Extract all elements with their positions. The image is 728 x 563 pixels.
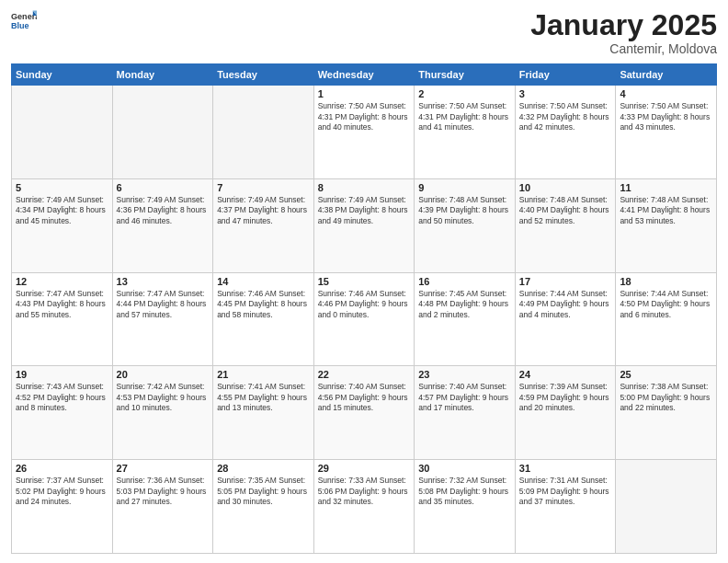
day-info: Sunrise: 7:43 AM Sunset: 4:52 PM Dayligh… (16, 382, 108, 413)
day-info: Sunrise: 7:48 AM Sunset: 4:40 PM Dayligh… (519, 195, 612, 226)
table-row: 14Sunrise: 7:46 AM Sunset: 4:45 PM Dayli… (213, 272, 314, 366)
table-row: 23Sunrise: 7:40 AM Sunset: 4:57 PM Dayli… (415, 366, 516, 460)
title-block: January 2025 Cantemir, Moldova (530, 9, 717, 56)
header-monday: Monday (112, 64, 213, 86)
day-info: Sunrise: 7:40 AM Sunset: 4:57 PM Dayligh… (418, 382, 511, 413)
day-number: 30 (418, 463, 511, 474)
svg-text:Blue: Blue (11, 21, 29, 30)
header-friday: Friday (515, 64, 616, 86)
header: General Blue January 2025 Cantemir, Mold… (11, 9, 717, 56)
header-thursday: Thursday (415, 64, 516, 86)
day-info: Sunrise: 7:31 AM Sunset: 5:09 PM Dayligh… (519, 476, 612, 507)
table-row: 11Sunrise: 7:48 AM Sunset: 4:41 PM Dayli… (616, 178, 717, 272)
table-row: 28Sunrise: 7:35 AM Sunset: 5:05 PM Dayli… (213, 460, 314, 554)
calendar-header-row: Sunday Monday Tuesday Wednesday Thursday… (12, 64, 717, 86)
table-row: 27Sunrise: 7:36 AM Sunset: 5:03 PM Dayli… (112, 460, 213, 554)
day-number: 12 (16, 276, 108, 287)
table-row: 12Sunrise: 7:47 AM Sunset: 4:43 PM Dayli… (12, 272, 113, 366)
table-row: 13Sunrise: 7:47 AM Sunset: 4:44 PM Dayli… (112, 272, 213, 366)
table-row: 31Sunrise: 7:31 AM Sunset: 5:09 PM Dayli… (515, 460, 616, 554)
calendar-table: Sunday Monday Tuesday Wednesday Thursday… (11, 63, 717, 554)
calendar-week-4: 19Sunrise: 7:43 AM Sunset: 4:52 PM Dayli… (12, 366, 717, 460)
day-info: Sunrise: 7:44 AM Sunset: 4:50 PM Dayligh… (620, 289, 712, 320)
table-row: 6Sunrise: 7:49 AM Sunset: 4:36 PM Daylig… (112, 178, 213, 272)
day-info: Sunrise: 7:49 AM Sunset: 4:37 PM Dayligh… (217, 195, 310, 226)
day-number: 16 (418, 276, 511, 287)
header-saturday: Saturday (616, 64, 717, 86)
table-row: 25Sunrise: 7:38 AM Sunset: 5:00 PM Dayli… (616, 366, 717, 460)
calendar-week-5: 26Sunrise: 7:37 AM Sunset: 5:02 PM Dayli… (12, 460, 717, 554)
table-row: 22Sunrise: 7:40 AM Sunset: 4:56 PM Dayli… (313, 366, 415, 460)
day-info: Sunrise: 7:32 AM Sunset: 5:08 PM Dayligh… (418, 476, 511, 507)
day-number: 26 (16, 463, 108, 474)
sub-title: Cantemir, Moldova (530, 41, 717, 56)
table-row: 1Sunrise: 7:50 AM Sunset: 4:31 PM Daylig… (313, 86, 415, 179)
day-number: 4 (620, 88, 712, 99)
day-info: Sunrise: 7:47 AM Sunset: 4:44 PM Dayligh… (117, 289, 210, 320)
day-number: 1 (318, 88, 411, 99)
day-info: Sunrise: 7:49 AM Sunset: 4:34 PM Dayligh… (16, 195, 108, 226)
day-number: 29 (318, 463, 411, 474)
day-number: 23 (418, 369, 511, 380)
day-info: Sunrise: 7:48 AM Sunset: 4:39 PM Dayligh… (418, 195, 511, 226)
day-number: 27 (117, 463, 210, 474)
table-row: 4Sunrise: 7:50 AM Sunset: 4:33 PM Daylig… (616, 86, 717, 179)
day-info: Sunrise: 7:41 AM Sunset: 4:55 PM Dayligh… (217, 382, 310, 413)
table-row: 7Sunrise: 7:49 AM Sunset: 4:37 PM Daylig… (213, 178, 314, 272)
day-number: 31 (519, 463, 612, 474)
day-info: Sunrise: 7:42 AM Sunset: 4:53 PM Dayligh… (117, 382, 210, 413)
day-info: Sunrise: 7:35 AM Sunset: 5:05 PM Dayligh… (217, 476, 310, 507)
calendar-week-3: 12Sunrise: 7:47 AM Sunset: 4:43 PM Dayli… (12, 272, 717, 366)
table-row (616, 460, 717, 554)
table-row: 10Sunrise: 7:48 AM Sunset: 4:40 PM Dayli… (515, 178, 616, 272)
day-number: 28 (217, 463, 310, 474)
page: General Blue January 2025 Cantemir, Mold… (0, 0, 728, 563)
day-info: Sunrise: 7:36 AM Sunset: 5:03 PM Dayligh… (117, 476, 210, 507)
day-number: 25 (620, 369, 712, 380)
day-number: 14 (217, 276, 310, 287)
calendar-week-2: 5Sunrise: 7:49 AM Sunset: 4:34 PM Daylig… (12, 178, 717, 272)
header-tuesday: Tuesday (213, 64, 314, 86)
day-info: Sunrise: 7:50 AM Sunset: 4:32 PM Dayligh… (519, 101, 612, 132)
day-number: 22 (318, 369, 411, 380)
day-number: 17 (519, 276, 612, 287)
calendar-week-1: 1Sunrise: 7:50 AM Sunset: 4:31 PM Daylig… (12, 86, 717, 179)
table-row: 3Sunrise: 7:50 AM Sunset: 4:32 PM Daylig… (515, 86, 616, 179)
day-info: Sunrise: 7:46 AM Sunset: 4:46 PM Dayligh… (318, 289, 411, 320)
table-row: 30Sunrise: 7:32 AM Sunset: 5:08 PM Dayli… (415, 460, 516, 554)
table-row (213, 86, 314, 179)
logo: General Blue (11, 9, 37, 35)
table-row: 8Sunrise: 7:49 AM Sunset: 4:38 PM Daylig… (313, 178, 415, 272)
day-info: Sunrise: 7:50 AM Sunset: 4:33 PM Dayligh… (620, 101, 712, 132)
day-number: 13 (117, 276, 210, 287)
day-info: Sunrise: 7:50 AM Sunset: 4:31 PM Dayligh… (318, 101, 411, 132)
day-number: 21 (217, 369, 310, 380)
logo-icon: General Blue (11, 9, 37, 35)
day-number: 24 (519, 369, 612, 380)
day-number: 2 (418, 88, 511, 99)
table-row: 21Sunrise: 7:41 AM Sunset: 4:55 PM Dayli… (213, 366, 314, 460)
day-info: Sunrise: 7:33 AM Sunset: 5:06 PM Dayligh… (318, 476, 411, 507)
day-info: Sunrise: 7:49 AM Sunset: 4:38 PM Dayligh… (318, 195, 411, 226)
table-row (12, 86, 113, 179)
day-info: Sunrise: 7:44 AM Sunset: 4:49 PM Dayligh… (519, 289, 612, 320)
day-info: Sunrise: 7:45 AM Sunset: 4:48 PM Dayligh… (418, 289, 511, 320)
day-number: 10 (519, 182, 612, 193)
table-row (112, 86, 213, 179)
header-wednesday: Wednesday (313, 64, 415, 86)
table-row: 19Sunrise: 7:43 AM Sunset: 4:52 PM Dayli… (12, 366, 113, 460)
header-sunday: Sunday (12, 64, 113, 86)
day-number: 5 (16, 182, 108, 193)
table-row: 5Sunrise: 7:49 AM Sunset: 4:34 PM Daylig… (12, 178, 113, 272)
table-row: 24Sunrise: 7:39 AM Sunset: 4:59 PM Dayli… (515, 366, 616, 460)
table-row: 15Sunrise: 7:46 AM Sunset: 4:46 PM Dayli… (313, 272, 415, 366)
table-row: 17Sunrise: 7:44 AM Sunset: 4:49 PM Dayli… (515, 272, 616, 366)
day-number: 6 (117, 182, 210, 193)
day-number: 8 (318, 182, 411, 193)
table-row: 18Sunrise: 7:44 AM Sunset: 4:50 PM Dayli… (616, 272, 717, 366)
table-row: 26Sunrise: 7:37 AM Sunset: 5:02 PM Dayli… (12, 460, 113, 554)
day-number: 7 (217, 182, 310, 193)
day-number: 9 (418, 182, 511, 193)
table-row: 2Sunrise: 7:50 AM Sunset: 4:31 PM Daylig… (415, 86, 516, 179)
main-title: January 2025 (530, 9, 717, 41)
